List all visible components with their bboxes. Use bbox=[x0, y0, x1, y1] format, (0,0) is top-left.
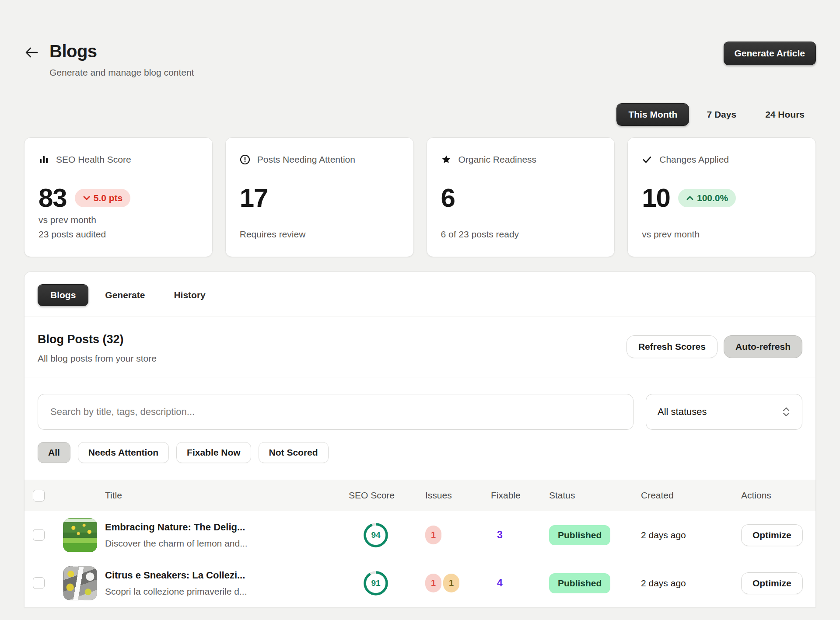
column-header-created: Created bbox=[641, 490, 741, 501]
blog-posts-panel: Blogs Generate History Blog Posts (32) A… bbox=[24, 272, 816, 607]
stat-card-organic-readiness: Organic Readiness 6 6 of 23 posts ready bbox=[427, 137, 615, 257]
time-filter-this-month[interactable]: This Month bbox=[616, 103, 689, 126]
star-icon bbox=[441, 154, 452, 165]
panel-header: Blog Posts (32) All blog posts from your… bbox=[24, 317, 816, 377]
panel-heading: Blog Posts (32) bbox=[38, 333, 157, 346]
issue-badge-warning: 1 bbox=[443, 574, 459, 592]
column-header-actions: Actions bbox=[741, 490, 816, 501]
page-title: Blogs bbox=[49, 42, 194, 61]
column-header-fixable: Fixable bbox=[491, 490, 549, 501]
back-button[interactable] bbox=[24, 46, 39, 59]
stat-value: 10 bbox=[642, 185, 670, 211]
row-checkbox[interactable] bbox=[33, 577, 45, 589]
stat-value: 83 bbox=[38, 185, 67, 211]
tab-history[interactable]: History bbox=[161, 285, 217, 306]
panel-tabs: Blogs Generate History bbox=[24, 272, 816, 317]
seo-score-value: 91 bbox=[363, 570, 389, 596]
arrow-left-icon bbox=[24, 46, 39, 59]
post-thumbnail bbox=[63, 518, 97, 552]
table-row: Citrus e Sneakers: La Collezi... Scopri … bbox=[24, 559, 816, 607]
check-icon bbox=[642, 154, 652, 165]
search-input[interactable] bbox=[38, 394, 634, 430]
stats-row: SEO Health Score 83 5.0 pts vs prev mont… bbox=[24, 137, 816, 257]
auto-refresh-button[interactable]: Auto-refresh bbox=[724, 335, 802, 358]
table-header-row: Title SEO Score Issues Fixable Status Cr… bbox=[24, 480, 816, 511]
status-filter-select[interactable]: All statuses bbox=[646, 394, 802, 430]
delta-badge: 100.0% bbox=[678, 189, 736, 207]
filter-area: All statuses All Needs Attention Fixable… bbox=[24, 377, 816, 463]
post-subtitle: Discover the charm of lemon and... bbox=[105, 538, 349, 549]
issues-cell: 1 bbox=[425, 526, 491, 544]
issue-badge-critical: 1 bbox=[425, 574, 441, 592]
seo-score-ring: 91 bbox=[363, 570, 389, 596]
status-badge: Published bbox=[549, 573, 610, 593]
post-title[interactable]: Embracing Nature: The Delig... bbox=[105, 522, 349, 533]
stat-footer: vs prev month bbox=[642, 227, 802, 242]
created-date: 2 days ago bbox=[641, 578, 686, 588]
seo-score-ring: 94 bbox=[363, 522, 389, 548]
time-filter-24-hours[interactable]: 24 Hours bbox=[754, 104, 816, 125]
stat-footer: Requires review bbox=[240, 227, 399, 242]
chip-all[interactable]: All bbox=[38, 442, 70, 463]
stat-card-changes-applied: Changes Applied 10 100.0% vs prev month bbox=[627, 137, 816, 257]
fixable-count: 3 bbox=[491, 529, 503, 540]
stat-footer: 6 of 23 posts ready bbox=[441, 227, 601, 242]
stat-title: SEO Health Score bbox=[56, 154, 131, 165]
seo-score-value: 94 bbox=[363, 522, 389, 548]
chevron-down-icon bbox=[83, 195, 91, 201]
chip-needs-attention[interactable]: Needs Attention bbox=[78, 442, 169, 463]
column-header-issues: Issues bbox=[425, 490, 491, 501]
score-filter-chips: All Needs Attention Fixable Now Not Scor… bbox=[38, 442, 802, 463]
optimize-button[interactable]: Optimize bbox=[741, 572, 803, 594]
refresh-scores-button[interactable]: Refresh Scores bbox=[626, 335, 718, 358]
stat-value: 17 bbox=[240, 185, 268, 211]
page-header: Blogs Generate and manage blog content G… bbox=[24, 42, 816, 78]
post-title[interactable]: Citrus e Sneakers: La Collezi... bbox=[105, 570, 349, 581]
select-all-checkbox[interactable] bbox=[33, 490, 45, 502]
chevron-up-down-icon bbox=[782, 406, 791, 418]
status-badge: Published bbox=[549, 525, 610, 545]
table-row: Embracing Nature: The Delig... Discover … bbox=[24, 511, 816, 559]
blogs-page: Blogs Generate and manage blog content G… bbox=[0, 42, 840, 607]
row-checkbox[interactable] bbox=[33, 529, 45, 541]
blog-posts-table: Title SEO Score Issues Fixable Status Cr… bbox=[24, 480, 816, 607]
column-header-seo-score: SEO Score bbox=[349, 490, 425, 501]
tab-blogs[interactable]: Blogs bbox=[38, 284, 88, 306]
status-filter-value: All statuses bbox=[658, 406, 707, 418]
stat-title: Posts Needing Attention bbox=[257, 154, 355, 165]
post-subtitle: Scopri la collezione primaverile d... bbox=[105, 586, 349, 597]
fixable-count: 4 bbox=[491, 577, 503, 589]
issues-cell: 1 1 bbox=[425, 574, 491, 592]
time-filter-group: This Month 7 Days 24 Hours bbox=[24, 103, 816, 126]
delta-badge: 5.0 pts bbox=[75, 189, 131, 207]
chevron-up-icon bbox=[686, 195, 694, 201]
chip-not-scored[interactable]: Not Scored bbox=[259, 442, 329, 463]
post-thumbnail bbox=[63, 566, 97, 600]
alert-circle-icon bbox=[240, 154, 250, 165]
chip-fixable-now[interactable]: Fixable Now bbox=[176, 442, 251, 463]
issue-badge-critical: 1 bbox=[425, 526, 441, 544]
panel-subheading: All blog posts from your store bbox=[38, 353, 157, 364]
page-subtitle: Generate and manage blog content bbox=[49, 67, 194, 78]
stat-title: Changes Applied bbox=[659, 154, 729, 165]
stat-card-posts-attention: Posts Needing Attention 17 Requires revi… bbox=[225, 137, 414, 257]
optimize-button[interactable]: Optimize bbox=[741, 524, 803, 546]
bar-chart-icon bbox=[38, 154, 49, 165]
generate-article-button[interactable]: Generate Article bbox=[724, 42, 816, 65]
stat-card-seo-health: SEO Health Score 83 5.0 pts vs prev mont… bbox=[24, 137, 213, 257]
time-filter-7-days[interactable]: 7 Days bbox=[695, 104, 748, 125]
tab-generate[interactable]: Generate bbox=[93, 285, 157, 306]
stat-value: 6 bbox=[441, 185, 455, 211]
column-header-title: Title bbox=[105, 490, 349, 501]
stat-title: Organic Readiness bbox=[458, 154, 537, 165]
stat-footer: vs prev month 23 posts audited bbox=[38, 212, 198, 242]
column-header-status: Status bbox=[549, 490, 641, 501]
created-date: 2 days ago bbox=[641, 530, 686, 540]
